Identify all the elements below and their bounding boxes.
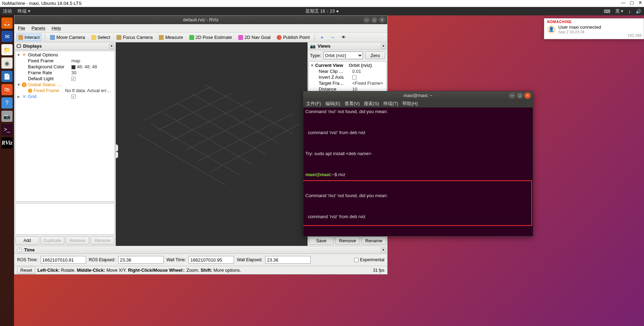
app-menu[interactable]: 终端 ▾ (17, 8, 30, 14)
tool-measure[interactable]: Measure (157, 34, 184, 41)
panel-expand-left[interactable]: ◀ (115, 144, 118, 158)
panel-close-icon[interactable]: × (381, 44, 386, 49)
reset-button[interactable]: Reset (17, 267, 35, 274)
tree-global-status[interactable]: ▾!Global Status: … (15, 82, 114, 88)
tree-target-frame[interactable]: Target Fra…<Fixed Frame> (309, 80, 386, 86)
menu-view[interactable]: 查看(V) (345, 100, 360, 107)
terminal-icon[interactable]: >_ (1, 124, 13, 135)
files-icon[interactable]: 📁 (1, 44, 13, 55)
terminal-window: maxi@maxi: ~ — ◻ ✕ 文件(F) 编辑(E) 查看(V) 搜索(… (303, 91, 533, 236)
minimize-icon[interactable]: — (363, 17, 370, 23)
firefox-icon[interactable]: 🦊 (1, 18, 13, 29)
tree-grid[interactable]: ▸⊞Grid✓ (15, 93, 114, 99)
screenshot-icon[interactable]: 📷 (1, 111, 13, 122)
add-button[interactable]: Add (15, 236, 39, 245)
menu-panels[interactable]: Panels (31, 26, 45, 31)
clock-icon: 🕐 (16, 247, 22, 252)
checkbox-icon[interactable]: ✓ (71, 95, 76, 99)
tool-interact[interactable]: Interact (16, 34, 41, 41)
remove-button[interactable]: Remove (66, 236, 90, 245)
minimize-icon[interactable]: — (621, 1, 626, 6)
panel-close-icon[interactable]: × (109, 44, 114, 49)
rename-button[interactable]: Rename (91, 236, 114, 245)
rviz-launcher-icon[interactable]: RViz (1, 137, 13, 148)
checkbox-icon[interactable]: ✓ (71, 77, 76, 81)
tree-fixed-frame[interactable]: Fixed Framemap (15, 58, 114, 64)
fps-indicator: 31 fps (373, 268, 384, 273)
tool-visibility[interactable]: 👁 (340, 34, 347, 41)
tool-add[interactable]: ＋ (318, 34, 326, 41)
tree-near-clip[interactable]: Near Clip …0.01 (309, 68, 386, 74)
displays-icon: 🖵 (16, 43, 21, 49)
rviz-menubar: File Panels Help (14, 24, 387, 33)
keyboard-icon[interactable]: ⌨ (604, 9, 610, 14)
tool-select[interactable]: Select (90, 34, 112, 41)
maximize-icon[interactable]: ▢ (629, 1, 634, 6)
wall-time-field[interactable] (189, 256, 234, 264)
tool-move-camera[interactable]: Move Camera (49, 34, 86, 41)
rhythmbox-icon[interactable]: ◉ (1, 57, 13, 69)
network-icon[interactable]: ↕ (629, 9, 631, 14)
time-header[interactable]: 🕐 Time × (14, 246, 387, 254)
svg-line-3 (185, 107, 273, 151)
ros-elapsed-field[interactable] (118, 256, 164, 264)
software-icon[interactable]: 🛍 (1, 84, 13, 95)
experimental-checkbox[interactable] (354, 258, 359, 262)
activities-button[interactable]: 活动 (3, 8, 12, 14)
duplicate-button[interactable]: Duplicate (41, 236, 64, 245)
checkbox-icon[interactable] (352, 75, 356, 79)
pose-arrow-icon (189, 35, 194, 40)
thunderbird-icon[interactable]: ✉ (1, 31, 13, 42)
zero-button[interactable]: Zero (365, 51, 385, 59)
tree-default-light[interactable]: Default Light✓ (15, 76, 114, 82)
rename-button[interactable]: Rename (361, 236, 386, 245)
remove-button[interactable]: Remove (335, 236, 360, 245)
menu-file[interactable]: 文件(F) (306, 100, 321, 107)
view-type-select[interactable]: Orbit (rviz) (323, 51, 363, 59)
displays-buttons: Add Duplicate Remove Rename (14, 235, 115, 246)
tree-frame-rate[interactable]: Frame Rate30 (15, 70, 114, 76)
terminal-titlebar[interactable]: maxi@maxi: ~ — ◻ ✕ (303, 91, 533, 100)
tool-remove[interactable]: － (329, 34, 337, 41)
status-area: ⌨ 英 ▾ ↕ 🔊 (604, 8, 641, 14)
tree-current-view[interactable]: ▾Current ViewOrbit (rviz) (309, 62, 386, 68)
panel-close-icon[interactable]: × (381, 248, 386, 252)
tool-2d-nav-goal[interactable]: 2D Nav Goal (237, 34, 272, 41)
terminal-output[interactable]: Command 'rivz' not found, did you mean: … (303, 107, 533, 236)
menu-terminal[interactable]: 终端(T) (383, 100, 398, 107)
menu-file[interactable]: File (18, 26, 25, 31)
displays-tree[interactable]: ▾⚙Global Options Fixed Framemap Backgrou… (15, 51, 115, 202)
minimize-icon[interactable]: — (509, 92, 515, 99)
menu-help[interactable]: 帮助(H) (402, 100, 418, 107)
nomachine-notification[interactable]: NOMACHINE 👤 User maxi connected Sep 2 16… (544, 18, 644, 39)
save-button[interactable]: Save (309, 236, 334, 245)
host-titlebar: NoMachine - maxi, Ubuntu 18.04.5 LTS — ▢… (0, 0, 644, 7)
rviz-3d-viewport[interactable]: ◀ ▶ (116, 42, 307, 246)
menu-help[interactable]: Help (52, 26, 61, 31)
tree-fixed-frame-warn[interactable]: !Fixed FrameNo tf data. Actual err… (15, 88, 114, 93)
libreoffice-icon[interactable]: 📄 (1, 71, 13, 82)
volume-icon[interactable]: 🔊 (636, 9, 641, 14)
rviz-titlebar[interactable]: default.rviz - RViz — ◻ ✕ (14, 16, 387, 24)
clock[interactable]: 星期五 16：23 ● (305, 8, 339, 14)
tool-publish-point[interactable]: Publish Point (275, 34, 311, 41)
maximize-icon[interactable]: ◻ (517, 92, 523, 99)
close-icon[interactable]: ✕ (638, 1, 643, 6)
tree-bg-color[interactable]: Background Color 48; 48; 48 (15, 64, 114, 70)
displays-header[interactable]: 🖵 Displays × (14, 42, 115, 50)
close-icon[interactable]: ✕ (524, 92, 531, 99)
menu-edit[interactable]: 编辑(E) (325, 100, 340, 107)
maximize-icon[interactable]: ◻ (371, 17, 377, 23)
tree-invert-z[interactable]: Invert Z Axis (309, 74, 386, 80)
help-icon[interactable]: ? (1, 97, 13, 109)
tree-global-options[interactable]: ▾⚙Global Options (15, 52, 114, 58)
displays-panel: 🖵 Displays × ▾⚙Global Options Fixed Fram… (14, 42, 116, 246)
tool-2d-pose-estimate[interactable]: 2D Pose Estimate (188, 34, 233, 41)
wall-elapsed-field[interactable] (265, 256, 311, 264)
tool-focus-camera[interactable]: Focus Camera (115, 34, 154, 41)
menu-search[interactable]: 搜索(S) (364, 100, 379, 107)
views-header[interactable]: 📷 Views × (308, 42, 387, 50)
close-icon[interactable]: ✕ (379, 17, 385, 23)
ros-time-field[interactable] (41, 256, 86, 264)
input-lang[interactable]: 英 ▾ (615, 8, 624, 14)
